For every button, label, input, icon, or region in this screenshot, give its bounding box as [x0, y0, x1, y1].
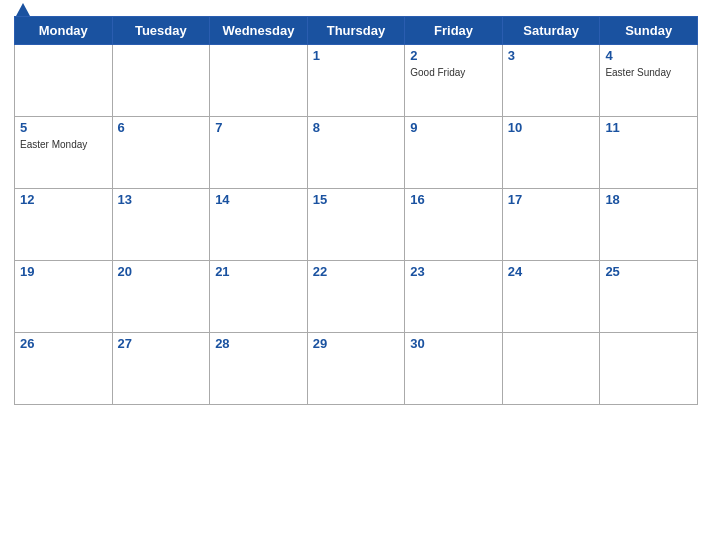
logo-blue-text	[14, 4, 30, 17]
calendar-week-row: 5Easter Monday67891011	[15, 117, 698, 189]
weekday-header-tuesday: Tuesday	[112, 17, 210, 45]
calendar-day-cell: 3	[502, 45, 600, 117]
calendar-day-cell: 23	[405, 261, 503, 333]
day-number: 20	[118, 264, 205, 281]
holiday-label: Easter Sunday	[605, 67, 692, 78]
weekday-header-saturday: Saturday	[502, 17, 600, 45]
day-number: 4	[605, 48, 692, 65]
day-number: 29	[313, 336, 400, 353]
calendar-day-cell: 9	[405, 117, 503, 189]
day-number: 28	[215, 336, 302, 353]
weekday-header-thursday: Thursday	[307, 17, 405, 45]
calendar-day-cell: 11	[600, 117, 698, 189]
calendar-day-cell: 17	[502, 189, 600, 261]
day-number: 23	[410, 264, 497, 281]
holiday-label: Easter Monday	[20, 139, 107, 150]
calendar-day-cell: 21	[210, 261, 308, 333]
calendar-day-cell: 12	[15, 189, 113, 261]
calendar-day-cell: 22	[307, 261, 405, 333]
weekday-header-sunday: Sunday	[600, 17, 698, 45]
calendar-day-cell: 20	[112, 261, 210, 333]
weekday-header-row: MondayTuesdayWednesdayThursdayFridaySatu…	[15, 17, 698, 45]
calendar-container: MondayTuesdayWednesdayThursdayFridaySatu…	[0, 0, 712, 550]
calendar-day-cell	[600, 333, 698, 405]
calendar-day-cell: 2Good Friday	[405, 45, 503, 117]
day-number: 12	[20, 192, 107, 209]
calendar-day-cell: 4Easter Sunday	[600, 45, 698, 117]
day-number: 17	[508, 192, 595, 209]
day-number: 5	[20, 120, 107, 137]
day-number: 13	[118, 192, 205, 209]
calendar-day-cell: 29	[307, 333, 405, 405]
day-number: 8	[313, 120, 400, 137]
calendar-day-cell: 13	[112, 189, 210, 261]
day-number: 24	[508, 264, 595, 281]
day-number: 19	[20, 264, 107, 281]
logo	[14, 4, 30, 17]
day-number: 2	[410, 48, 497, 65]
calendar-day-cell: 25	[600, 261, 698, 333]
day-number: 25	[605, 264, 692, 281]
calendar-day-cell: 24	[502, 261, 600, 333]
calendar-day-cell: 6	[112, 117, 210, 189]
calendar-day-cell: 30	[405, 333, 503, 405]
logo-triangle-icon	[16, 3, 30, 16]
calendar-day-cell: 15	[307, 189, 405, 261]
calendar-day-cell: 14	[210, 189, 308, 261]
calendar-day-cell: 27	[112, 333, 210, 405]
day-number: 9	[410, 120, 497, 137]
day-number: 3	[508, 48, 595, 65]
calendar-week-row: 12131415161718	[15, 189, 698, 261]
day-number: 30	[410, 336, 497, 353]
calendar-week-row: 2627282930	[15, 333, 698, 405]
calendar-week-row: 19202122232425	[15, 261, 698, 333]
calendar-day-cell: 5Easter Monday	[15, 117, 113, 189]
weekday-header-friday: Friday	[405, 17, 503, 45]
calendar-day-cell: 10	[502, 117, 600, 189]
day-number: 1	[313, 48, 400, 65]
calendar-day-cell: 7	[210, 117, 308, 189]
day-number: 26	[20, 336, 107, 353]
calendar-day-cell: 28	[210, 333, 308, 405]
calendar-day-cell	[210, 45, 308, 117]
calendar-day-cell: 16	[405, 189, 503, 261]
weekday-header-wednesday: Wednesday	[210, 17, 308, 45]
day-number: 18	[605, 192, 692, 209]
day-number: 27	[118, 336, 205, 353]
calendar-day-cell: 8	[307, 117, 405, 189]
day-number: 16	[410, 192, 497, 209]
holiday-label: Good Friday	[410, 67, 497, 78]
calendar-day-cell: 19	[15, 261, 113, 333]
calendar-day-cell	[15, 45, 113, 117]
day-number: 15	[313, 192, 400, 209]
day-number: 21	[215, 264, 302, 281]
day-number: 6	[118, 120, 205, 137]
calendar-day-cell: 1	[307, 45, 405, 117]
calendar-day-cell	[112, 45, 210, 117]
day-number: 7	[215, 120, 302, 137]
day-number: 11	[605, 120, 692, 137]
calendar-day-cell: 18	[600, 189, 698, 261]
day-number: 14	[215, 192, 302, 209]
calendar-day-cell	[502, 333, 600, 405]
calendar-day-cell: 26	[15, 333, 113, 405]
day-number: 22	[313, 264, 400, 281]
weekday-header-monday: Monday	[15, 17, 113, 45]
day-number: 10	[508, 120, 595, 137]
calendar-week-row: 12Good Friday34Easter Sunday	[15, 45, 698, 117]
calendar-table: MondayTuesdayWednesdayThursdayFridaySatu…	[14, 16, 698, 405]
